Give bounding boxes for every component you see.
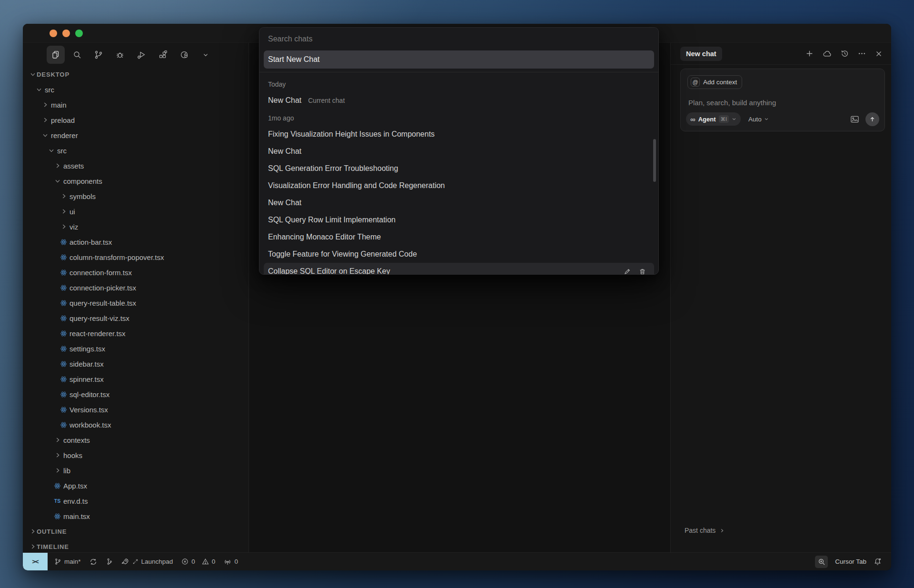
history-icon[interactable] [841, 50, 849, 58]
model-selector[interactable]: Auto [748, 116, 769, 123]
chat-row[interactable]: New Chat Current chat [259, 92, 658, 109]
timeline-section-header[interactable]: TIMELINE [23, 539, 248, 552]
traffic-light-close[interactable] [50, 30, 57, 37]
tree-item[interactable]: TS viz [23, 219, 248, 234]
chat-title: Fixing Visualization Height Issues in Co… [268, 130, 435, 139]
tree-item[interactable]: TS App.tsx [23, 478, 248, 493]
tree-item[interactable]: TS src [23, 82, 248, 97]
explorer-icon[interactable] [47, 46, 65, 64]
tree-item[interactable]: TS react-renderer.tsx [23, 326, 248, 341]
cursor-tab-label[interactable]: Cursor Tab [835, 558, 866, 565]
modal-scrollbar-thumb[interactable] [653, 139, 656, 182]
problems-item[interactable]: 0 0 [181, 558, 215, 565]
react-file-icon [60, 375, 68, 383]
past-chats-link[interactable]: Past chats [685, 527, 725, 534]
chat-row[interactable]: SQL Generation Error Troubleshooting [259, 160, 658, 177]
extensions-icon[interactable] [154, 46, 172, 64]
tree-item[interactable]: TS sidebar.tsx [23, 356, 248, 371]
chat-search-input[interactable] [267, 34, 651, 44]
chat-input-card[interactable]: @ Add context Plan, search, build anythi… [680, 69, 885, 131]
tree-item[interactable]: TS contexts [23, 432, 248, 448]
tree-item[interactable]: TS query-result-table.tsx [23, 295, 248, 310]
search-icon[interactable] [68, 46, 86, 64]
tree-item[interactable]: TS connection-picker.tsx [23, 280, 248, 295]
chat-row[interactable]: New Chat [259, 143, 658, 160]
branch-name: main* [64, 558, 81, 565]
tree-item[interactable]: TS settings.tsx [23, 341, 248, 356]
traffic-light-zoom[interactable] [75, 30, 83, 37]
tree-item[interactable]: TS ui [23, 204, 248, 219]
zoom-button[interactable] [815, 556, 828, 568]
tree-item[interactable]: TS action-bar.tsx [23, 234, 248, 249]
chat-row[interactable]: SQL Query Row Limit Implementation [259, 211, 658, 229]
run-and-debug-icon[interactable] [132, 46, 150, 64]
debug-icon[interactable] [111, 46, 129, 64]
tree-item[interactable]: TS main.tsx [23, 508, 248, 524]
tree-item[interactable]: TS column-transform-popover.tsx [23, 249, 248, 265]
chevron-icon [53, 467, 61, 474]
explorer-section-header[interactable]: DESKTOP [23, 67, 248, 82]
attach-image-icon[interactable] [850, 115, 859, 123]
chat-row[interactable]: Today [259, 77, 658, 92]
tree-item[interactable]: TS connection-form.tsx [23, 265, 248, 280]
tree-item[interactable]: TS preload [23, 112, 248, 128]
explorer-sidebar: DESKTOP TS src [23, 43, 249, 552]
tree-item-label: workbook.tsx [70, 421, 111, 429]
remote-indicator[interactable]: >< [23, 553, 48, 571]
tree-item[interactable]: TS env.d.ts [23, 493, 248, 508]
tree-item[interactable]: TS Versions.tsx [23, 402, 248, 417]
tree-item-label: App.tsx [63, 482, 87, 490]
tree-item[interactable]: TS main [23, 97, 248, 112]
tree-item[interactable]: TS hooks [23, 448, 248, 463]
chat-title: Toggle Feature for Viewing Generated Cod… [268, 250, 417, 259]
add-context-chip[interactable]: @ Add context [687, 75, 742, 89]
tree-item[interactable]: TS spinner.tsx [23, 371, 248, 387]
chat-row[interactable]: 1mo ago [259, 110, 658, 126]
chat-row[interactable]: New Chat [259, 194, 658, 211]
sync-icon[interactable] [89, 558, 97, 566]
source-control-icon[interactable] [89, 46, 108, 64]
tree-item[interactable]: TS query-result-viz.tsx [23, 310, 248, 326]
chat-row[interactable]: Fixing Visualization Height Issues in Co… [259, 126, 658, 143]
broadcast-icon [224, 558, 231, 566]
close-panel-icon[interactable] [875, 50, 883, 58]
tree-item[interactable]: TS lib [23, 463, 248, 478]
notifications-bell-icon[interactable] [874, 558, 882, 566]
tree-item[interactable]: TS sql-editor.tsx [23, 387, 248, 402]
tree-item-label: ui [70, 208, 75, 216]
tree-item[interactable]: TS renderer [23, 128, 248, 143]
tree-item[interactable]: TS symbols [23, 189, 248, 204]
chevron-down-icon [764, 117, 769, 121]
chat-input-placeholder[interactable]: Plan, search, build anything [688, 99, 776, 107]
tree-item[interactable]: TS src [23, 143, 248, 158]
agent-mode-selector[interactable]: ∞ Agent ⌘I [686, 112, 741, 126]
new-chat-plus-icon[interactable] [805, 50, 814, 58]
chat-row[interactable]: Visualization Error Handling and Code Re… [259, 177, 658, 194]
launchpad-item[interactable]: Launchpad [121, 558, 173, 566]
cloud-icon[interactable] [823, 50, 832, 58]
remote-explorer-icon[interactable] [175, 46, 193, 64]
git-branch-item[interactable]: main* [54, 558, 81, 565]
delete-chat-trash-icon[interactable] [639, 268, 646, 275]
tree-item[interactable]: TS workbook.tsx [23, 417, 248, 432]
chat-row[interactable]: Enhancing Monaco Editor Theme [259, 229, 658, 246]
traffic-light-minimize[interactable] [62, 30, 70, 37]
outline-section-header[interactable]: OUTLINE [23, 524, 248, 539]
tree-item-label: contexts [63, 436, 90, 444]
chevron-right-icon [29, 528, 37, 535]
new-chat-tab[interactable]: New chat [680, 47, 722, 61]
compare-changes-icon[interactable] [106, 558, 113, 565]
more-views-chevron-icon[interactable] [197, 46, 215, 64]
error-icon [181, 558, 189, 565]
chat-row[interactable]: Collapse SQL Editor on Escape Key [264, 263, 654, 274]
ports-item[interactable]: 0 [224, 558, 238, 566]
chat-row[interactable]: Toggle Feature for Viewing Generated Cod… [259, 246, 658, 263]
send-button[interactable] [865, 112, 879, 126]
tree-item-label: query-result-table.tsx [70, 299, 136, 307]
rename-chat-pencil-icon[interactable] [624, 268, 631, 275]
start-new-chat-option[interactable]: Start New Chat [264, 50, 654, 69]
more-options-icon[interactable] [858, 50, 866, 58]
tree-item[interactable]: TS components [23, 173, 248, 189]
tree-item[interactable]: TS assets [23, 158, 248, 173]
chevron-icon [41, 131, 49, 139]
